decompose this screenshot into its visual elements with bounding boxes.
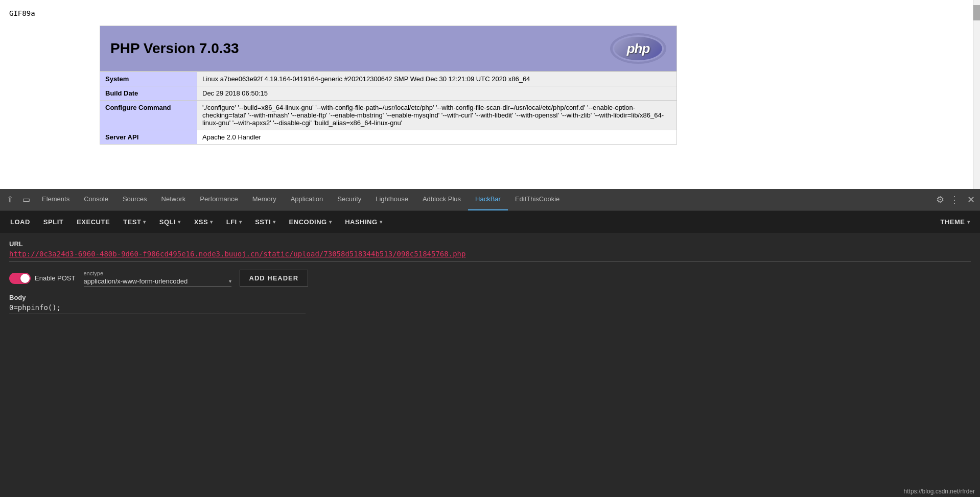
test-button[interactable]: TEST bbox=[118, 216, 151, 228]
tab-lighthouse[interactable]: Lighthouse bbox=[368, 189, 415, 210]
table-cell-value: Apache 2.0 Handler bbox=[197, 130, 677, 145]
status-bar: https://blog.csdn.net/rfrder bbox=[0, 486, 980, 497]
close-icon[interactable]: ✕ bbox=[964, 193, 978, 207]
table-cell-label: System bbox=[100, 72, 197, 86]
table-cell-label: Server API bbox=[100, 130, 197, 145]
tab-adblock-plus[interactable]: Adblock Plus bbox=[415, 189, 468, 210]
tab-editthiscookie[interactable]: EditThisCookie bbox=[508, 189, 567, 210]
table-row: Server APIApache 2.0 Handler bbox=[100, 130, 677, 145]
lfi-button[interactable]: LFI bbox=[221, 216, 247, 228]
more-options-icon[interactable]: ⋮ bbox=[947, 193, 962, 207]
table-row: SystemLinux a7bee063e92f 4.19.164-041916… bbox=[100, 72, 677, 86]
url-value[interactable]: http://0c3a24d3-6960-480b-9d60-f986cd495… bbox=[9, 250, 971, 258]
enctype-select[interactable]: application/x-www-form-urlencodedmultipa… bbox=[84, 277, 227, 285]
device-icon[interactable]: ▭ bbox=[18, 192, 34, 207]
php-title: PHP Version 7.0.33 bbox=[110, 40, 239, 57]
url-separator bbox=[9, 261, 971, 262]
enable-post-toggle[interactable] bbox=[9, 273, 31, 284]
table-cell-value: Dec 29 2018 06:50:15 bbox=[197, 86, 677, 101]
devtools-tabs-bar: ⇧ ▭ ElementsConsoleSourcesNetworkPerform… bbox=[0, 189, 980, 210]
tabs-container: ElementsConsoleSourcesNetworkPerformance… bbox=[35, 189, 567, 210]
php-table-body: SystemLinux a7bee063e92f 4.19.164-041916… bbox=[100, 72, 677, 145]
tab-sources[interactable]: Sources bbox=[115, 189, 154, 210]
devtools-panel: ⇧ ▭ ElementsConsoleSourcesNetworkPerform… bbox=[0, 189, 980, 497]
add-header-button[interactable]: ADD HEADER bbox=[240, 270, 309, 287]
hackbar-toolbar: LOAD SPLIT EXECUTE TEST SQLI XSS LFI SST… bbox=[0, 210, 980, 233]
scrollbar-thumb[interactable] bbox=[973, 5, 980, 20]
enable-post-label: Enable POST bbox=[35, 274, 76, 282]
load-button[interactable]: LOAD bbox=[5, 216, 35, 228]
tab-performance[interactable]: Performance bbox=[193, 189, 245, 210]
tab-console[interactable]: Console bbox=[77, 189, 115, 210]
php-header: PHP Version 7.0.33 php bbox=[100, 26, 677, 72]
sqli-button[interactable]: SQLI bbox=[154, 216, 186, 228]
php-logo-text: php bbox=[627, 41, 650, 57]
cursor-icon[interactable]: ⇧ bbox=[2, 192, 17, 207]
toggle-knob bbox=[20, 274, 30, 283]
theme-button[interactable]: THEME bbox=[936, 216, 975, 228]
hashing-button[interactable]: HASHING bbox=[340, 216, 387, 228]
table-cell-label: Build Date bbox=[100, 86, 197, 101]
table-row: Configure Command'./configure' '--build=… bbox=[100, 101, 677, 130]
split-button[interactable]: SPLIT bbox=[38, 216, 68, 228]
url-label: URL bbox=[9, 240, 971, 248]
enctype-section: enctype application/x-www-form-urlencode… bbox=[84, 270, 231, 287]
table-cell-label: Configure Command bbox=[100, 101, 197, 130]
status-url: https://blog.csdn.net/rfrder bbox=[904, 488, 975, 495]
php-logo-inner: php bbox=[613, 35, 664, 62]
hackbar-body: URL http://0c3a24d3-6960-480b-9d60-f986c… bbox=[0, 233, 980, 321]
php-content: PHP Version 7.0.33 php SystemLinux a7bee… bbox=[100, 26, 677, 145]
php-logo: php bbox=[610, 33, 666, 64]
gif-label: GIF89a bbox=[9, 9, 35, 17]
post-section: Enable POST enctype application/x-www-fo… bbox=[9, 270, 971, 287]
tab-application[interactable]: Application bbox=[284, 189, 331, 210]
enctype-label: enctype bbox=[84, 270, 231, 276]
encoding-button[interactable]: ENCODING bbox=[284, 216, 337, 228]
ssti-button[interactable]: SSTI bbox=[250, 216, 281, 228]
enctype-select-wrapper: application/x-www-form-urlencodedmultipa… bbox=[84, 277, 231, 287]
enctype-arrow-icon: ▾ bbox=[229, 278, 231, 284]
body-value[interactable]: 0=phpinfo(); bbox=[9, 303, 971, 312]
settings-icon[interactable]: ⚙ bbox=[933, 193, 947, 207]
tab-memory[interactable]: Memory bbox=[245, 189, 284, 210]
scrollbar[interactable] bbox=[973, 0, 980, 189]
body-separator bbox=[9, 314, 306, 314]
xss-button[interactable]: XSS bbox=[189, 216, 218, 228]
tab-security[interactable]: Security bbox=[330, 189, 368, 210]
execute-button[interactable]: EXECUTE bbox=[72, 216, 115, 228]
body-label: Body bbox=[9, 294, 971, 301]
table-cell-value: './configure' '--build=x86_64-linux-gnu'… bbox=[197, 101, 677, 130]
tab-hackbar[interactable]: HackBar bbox=[468, 189, 508, 210]
table-row: Build DateDec 29 2018 06:50:15 bbox=[100, 86, 677, 101]
table-cell-value: Linux a7bee063e92f 4.19.164-0419164-gene… bbox=[197, 72, 677, 86]
tab-network[interactable]: Network bbox=[154, 189, 193, 210]
tab-elements[interactable]: Elements bbox=[35, 189, 77, 210]
toggle-container: Enable POST bbox=[9, 273, 76, 284]
php-info-table: SystemLinux a7bee063e92f 4.19.164-041916… bbox=[100, 72, 677, 145]
